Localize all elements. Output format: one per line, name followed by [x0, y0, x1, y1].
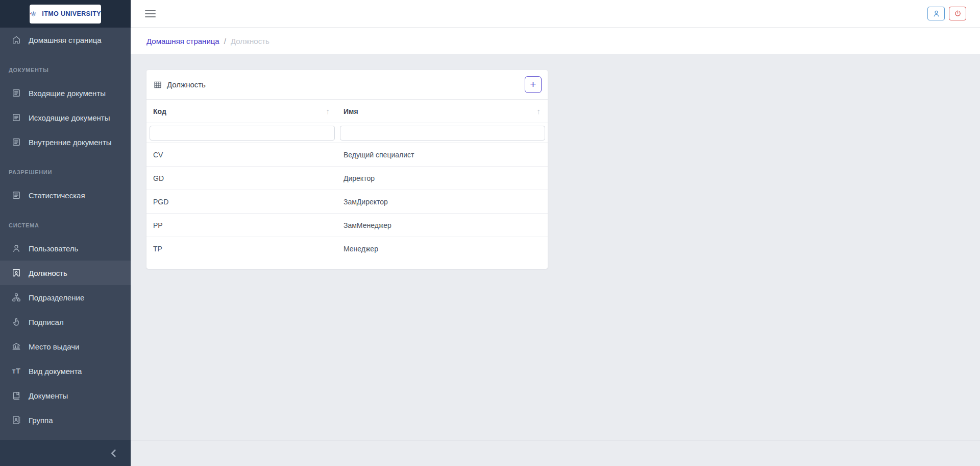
table-filter-row [146, 123, 548, 143]
topbar [131, 0, 980, 28]
document-icon [11, 137, 21, 147]
card-title-text: Должность [167, 80, 206, 89]
badge-icon [11, 268, 21, 278]
add-button[interactable]: + [525, 76, 542, 93]
card-title: Должность [153, 80, 206, 89]
breadcrumb-current: Должность [231, 37, 270, 45]
footer-strip [131, 440, 980, 466]
sidebar-item-label: Группа [29, 416, 53, 425]
logout-button[interactable] [949, 7, 966, 20]
table-body: CVВедущий специалистGDДиректорPGDЗамДире… [146, 143, 548, 261]
sidebar-item-label: Вид документа [29, 367, 82, 376]
sidebar-item-label: Пользователь [29, 244, 78, 253]
table-row[interactable]: TPМенеджер [146, 237, 548, 261]
text-type-icon: тТ [11, 366, 21, 376]
document-icon [11, 190, 21, 200]
cell-code: PGD [146, 190, 337, 213]
table-row[interactable]: CVВедущий специалист [146, 143, 548, 167]
hamburger-menu-button[interactable] [145, 10, 156, 17]
sidebar-item-position[interactable]: Должность [0, 261, 131, 285]
cell-name: Ведущий специалист [337, 143, 548, 166]
column-header-label: Код [153, 107, 166, 115]
sidebar-item-label: Подразделение [29, 293, 84, 302]
column-header-label: Имя [344, 107, 358, 115]
user-icon [11, 243, 21, 253]
sidebar-collapse-button[interactable] [108, 448, 119, 459]
itmo-logo-text: ITMO UNIVERSITY [42, 10, 101, 17]
sidebar-item-home[interactable]: Домашняя страница [0, 28, 131, 52]
sidebar-item-internal-documents[interactable]: Внутренние документы [0, 130, 131, 154]
table-grid-icon [153, 80, 162, 89]
sidebar-section-label: РАЗРЕШЕНИИ [0, 154, 131, 183]
sidebar-item-outgoing-documents[interactable]: Исходящие документы [0, 105, 131, 130]
sidebar-item-label: Статистическая [29, 191, 85, 200]
power-icon [953, 9, 962, 18]
sidebar-item-statistical[interactable]: Статистическая [0, 183, 131, 207]
sidebar-item-place-of-issue[interactable]: Место выдачи [0, 334, 131, 359]
user-icon [932, 9, 941, 18]
content-area: Должность + Код↑Имя↑ CVВедущий специалис… [131, 54, 980, 440]
sidebar-item-incoming-documents[interactable]: Входящие документы [0, 81, 131, 105]
org-chart-icon [11, 292, 21, 302]
cell-code: CV [146, 143, 337, 166]
chevron-left-icon [108, 448, 119, 459]
sidebar-item-user[interactable]: Пользователь [0, 236, 131, 261]
document-icon [11, 88, 21, 98]
card-header: Должность + [146, 70, 548, 100]
hamburger-icon [145, 10, 156, 11]
column-header-name[interactable]: Имя↑ [337, 100, 548, 123]
sidebar-footer [0, 440, 131, 466]
home-icon [11, 35, 21, 45]
column-header-code[interactable]: Код↑ [146, 100, 337, 123]
sidebar-item-label: Входящие документы [29, 89, 106, 98]
hand-sign-icon [11, 317, 21, 327]
cell-name: ЗамДиректор [337, 190, 548, 213]
table-row[interactable]: PPЗамМенеджер [146, 214, 548, 237]
table-row[interactable]: PGDЗамДиректор [146, 190, 548, 214]
cell-code: PP [146, 214, 337, 237]
sidebar-item-label: Должность [29, 269, 67, 277]
sidebar-nav: Домашняя страницаДОКУМЕНТЫВходящие докум… [0, 28, 131, 440]
position-table-card: Должность + Код↑Имя↑ CVВедущий специалис… [146, 70, 548, 269]
sidebar-item-group[interactable]: Группа [0, 408, 131, 432]
sidebar-item-label: Место выдачи [29, 342, 79, 351]
sidebar: ITMO UNIVERSITY Домашняя страницаДОКУМЕН… [0, 0, 131, 466]
sidebar-item-signed-by[interactable]: Подписал [0, 310, 131, 334]
sidebar-section-label: СИСТЕМА [0, 207, 131, 236]
cell-name: ЗамМенеджер [337, 214, 548, 237]
document-icon [11, 112, 21, 123]
filter-cell-code [146, 123, 337, 143]
sidebar-item-department[interactable]: Подразделение [0, 285, 131, 310]
filter-cell-name [337, 123, 548, 143]
filter-input-name[interactable] [340, 126, 545, 141]
sidebar-item-label: Внутренние документы [29, 138, 112, 147]
sidebar-item-document-type[interactable]: тТВид документа [0, 359, 131, 383]
sidebar-item-label: Подписал [29, 318, 64, 327]
breadcrumb-home-link[interactable]: Домашняя страница [146, 37, 219, 45]
contact-card-icon [11, 415, 21, 425]
sidebar-item-label: Исходящие документы [29, 113, 110, 122]
table-header-row: Код↑Имя↑ [146, 100, 548, 123]
sidebar-item-documents[interactable]: Документы [0, 383, 131, 408]
itmo-logo-dots-icon [30, 8, 38, 19]
itmo-logo: ITMO UNIVERSITY [30, 5, 101, 24]
cell-code: GD [146, 167, 337, 190]
sort-icon[interactable]: ↑ [537, 107, 541, 115]
sort-icon[interactable]: ↑ [326, 107, 330, 115]
sidebar-item-label: Домашняя страница [29, 36, 102, 44]
main-area: Домашняя страница / Должность Должность … [131, 0, 980, 466]
sidebar-item-label: Документы [29, 391, 68, 400]
filter-input-code[interactable] [150, 126, 335, 141]
cell-name: Менеджер [337, 237, 548, 261]
book-icon [11, 390, 21, 401]
sidebar-header: ITMO UNIVERSITY [0, 0, 131, 28]
breadcrumb: Домашняя страница / Должность [131, 28, 980, 54]
cell-name: Директор [337, 167, 548, 190]
table-row[interactable]: GDДиректор [146, 167, 548, 190]
bank-icon [11, 341, 21, 352]
profile-button[interactable] [927, 7, 945, 20]
cell-code: TP [146, 237, 337, 261]
breadcrumb-separator: / [224, 37, 226, 45]
sidebar-section-label: ДОКУМЕНТЫ [0, 52, 131, 81]
